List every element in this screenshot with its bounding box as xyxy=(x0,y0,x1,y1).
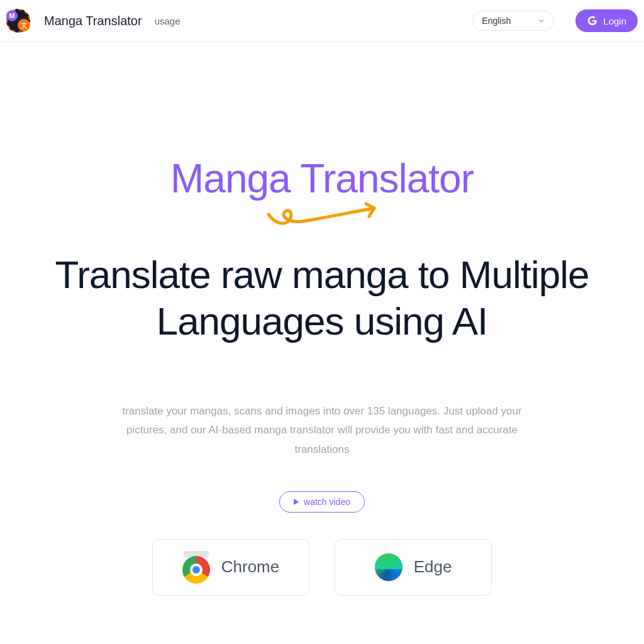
chevron-down-icon xyxy=(538,18,545,24)
play-icon xyxy=(294,499,299,505)
edge-icon xyxy=(375,553,402,581)
login-button[interactable]: Login xyxy=(575,9,638,32)
chrome-label: Chrome xyxy=(221,557,279,577)
title-accent: Manga Translator xyxy=(13,155,631,202)
edge-button[interactable]: Edge xyxy=(335,539,492,596)
title-main: Translate raw manga to Multiple Language… xyxy=(13,252,631,345)
hero-section: Manga Translator Translate raw manga to … xyxy=(0,42,644,621)
browser-buttons: Chrome Edge xyxy=(13,539,631,596)
subtitle: translate your mangas, scans and images … xyxy=(121,402,523,460)
app-logo[interactable]: M 文 xyxy=(6,9,31,33)
watch-video-label: watch video xyxy=(304,497,350,507)
login-label: Login xyxy=(603,16,626,26)
language-value: English xyxy=(482,16,511,26)
brand-title[interactable]: Manga Translator xyxy=(44,14,142,28)
watch-video-button[interactable]: watch video xyxy=(279,491,365,513)
edge-label: Edge xyxy=(414,557,452,577)
chrome-button[interactable]: Chrome xyxy=(152,539,309,596)
language-select[interactable]: English xyxy=(472,11,554,31)
google-icon xyxy=(587,15,598,26)
chrome-icon xyxy=(182,551,210,584)
header: M 文 Manga Translator usage English Login xyxy=(0,0,644,42)
swirl-arrow-icon xyxy=(262,199,382,230)
nav-usage[interactable]: usage xyxy=(155,16,180,26)
